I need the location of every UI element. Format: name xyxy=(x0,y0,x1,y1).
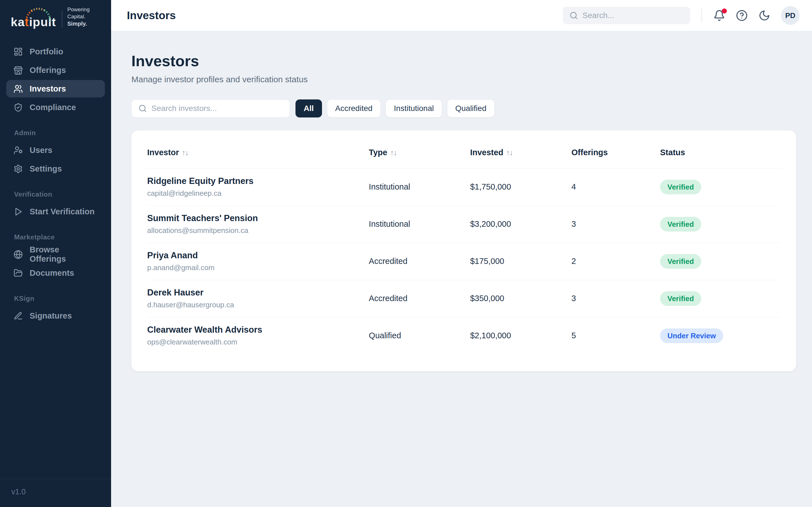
topbar-divider xyxy=(702,9,702,22)
global-search[interactable] xyxy=(563,7,690,24)
investor-email: capital@ridgelineep.ca xyxy=(147,189,369,198)
sidebar-section-label-marketplace: Marketplace xyxy=(14,233,105,241)
investor-search-input[interactable] xyxy=(151,104,283,113)
table-row[interactable]: Priya Anandp.anand@gmail.comAccredited$1… xyxy=(147,243,780,280)
global-search-input[interactable] xyxy=(582,11,683,20)
table-controls: AllAccreditedInstitutionalQualified xyxy=(132,100,796,117)
investor-email: p.anand@gmail.com xyxy=(147,263,369,272)
page-title: Investors xyxy=(132,52,796,69)
sidebar-item-label: Start Verification xyxy=(30,207,94,216)
users-icon xyxy=(13,84,23,94)
sidebar-item-label: Documents xyxy=(30,269,74,278)
investor-type: Qualified xyxy=(369,331,401,340)
shield-check-icon xyxy=(13,103,23,112)
sidebar-section-label-verification: Verification xyxy=(14,190,105,198)
sidebar-item-settings[interactable]: Settings xyxy=(6,160,105,177)
column-label: Type xyxy=(369,148,388,157)
sort-icon: ↑↓ xyxy=(506,149,513,157)
column-label: Status xyxy=(660,148,685,157)
investor-type: Institutional xyxy=(369,182,410,191)
sidebar-nav: PortfolioOfferingsInvestorsComplianceAdm… xyxy=(0,37,111,326)
investor-invested: $3,200,000 xyxy=(470,219,511,228)
column-label: Invested xyxy=(470,148,503,157)
investor-invested: $350,000 xyxy=(470,294,504,303)
investor-type: Accredited xyxy=(369,257,407,266)
status-badge: Under Review xyxy=(660,328,723,343)
sidebar-item-start-verification[interactable]: Start Verification xyxy=(6,203,105,220)
help-circle-icon xyxy=(736,10,748,21)
settings-icon xyxy=(13,164,23,173)
brand-tagline: Powering Capital. Simply. xyxy=(67,6,105,28)
notifications-button[interactable] xyxy=(713,10,725,21)
filter-group: AllAccreditedInstitutionalQualified xyxy=(296,100,495,117)
investor-offerings: 5 xyxy=(571,331,576,340)
theme-toggle-button[interactable] xyxy=(758,10,770,21)
sidebar-item-browse-offerings[interactable]: Browse Offerings xyxy=(6,245,105,263)
user-cog-icon xyxy=(13,146,23,155)
investor-name: Summit Teachers' Pension xyxy=(147,213,369,223)
sidebar-item-portfolio[interactable]: Portfolio xyxy=(6,43,105,60)
sidebar-item-signatures[interactable]: Signatures xyxy=(6,307,105,325)
column-label: Offerings xyxy=(571,148,608,157)
filter-institutional[interactable]: Institutional xyxy=(386,100,442,117)
investor-name: Clearwater Wealth Advisors xyxy=(147,325,369,335)
filter-qualified[interactable]: Qualified xyxy=(447,100,495,117)
sidebar-item-label: Investors xyxy=(30,84,66,94)
folder-open-icon xyxy=(13,269,23,278)
column-header-type[interactable]: Type↑↓ xyxy=(369,134,470,169)
investor-name: Priya Anand xyxy=(147,250,369,261)
search-icon xyxy=(139,104,147,113)
status-badge: Verified xyxy=(660,254,701,269)
sidebar-item-offerings[interactable]: Offerings xyxy=(6,61,105,79)
moon-icon xyxy=(758,10,770,21)
avatar[interactable]: PD xyxy=(781,6,800,25)
globe-icon xyxy=(13,250,23,259)
investor-type: Accredited xyxy=(369,294,407,303)
table-row[interactable]: Derek Hauserd.hauser@hausergroup.caAccre… xyxy=(147,280,780,318)
status-badge: Verified xyxy=(660,217,701,231)
investor-email: ops@clearwaterwealth.com xyxy=(147,338,369,346)
investor-invested: $2,100,000 xyxy=(470,331,511,340)
sidebar-item-compliance[interactable]: Compliance xyxy=(6,99,105,116)
filter-all[interactable]: All xyxy=(296,100,322,117)
sidebar-section-label-ksign: KSign xyxy=(14,295,105,302)
brand-logo: katipult Powering Capital. Simply. xyxy=(0,0,111,37)
sidebar-item-users[interactable]: Users xyxy=(6,142,105,159)
sidebar-item-label: Users xyxy=(30,146,52,155)
topbar-title: Investors xyxy=(127,9,175,22)
sort-icon: ↑↓ xyxy=(182,149,188,157)
table-row[interactable]: Summit Teachers' Pensionallocations@summ… xyxy=(147,206,780,243)
column-label: Investor xyxy=(147,148,179,157)
page-content: Investors Manage investor profiles and v… xyxy=(111,31,812,507)
investor-offerings: 4 xyxy=(571,182,576,191)
table-row[interactable]: Clearwater Wealth Advisorsops@clearwater… xyxy=(147,318,780,355)
table-row[interactable]: Ridgeline Equity Partnerscapital@ridgeli… xyxy=(147,169,780,206)
filter-accredited[interactable]: Accredited xyxy=(327,100,380,117)
column-header-invested[interactable]: Invested↑↓ xyxy=(470,134,571,169)
logo-divider xyxy=(62,11,62,27)
column-header-investor[interactable]: Investor↑↓ xyxy=(147,134,369,169)
sidebar-version: v1.0 xyxy=(0,479,111,507)
investor-search[interactable] xyxy=(132,100,290,117)
sidebar-item-label: Offerings xyxy=(30,66,66,75)
help-button[interactable] xyxy=(736,10,748,21)
pen-icon xyxy=(13,311,23,321)
investor-offerings: 2 xyxy=(571,257,576,266)
sidebar-item-label: Portfolio xyxy=(30,47,63,56)
sidebar-item-documents[interactable]: Documents xyxy=(6,264,105,282)
investor-offerings: 3 xyxy=(571,219,576,228)
sort-icon: ↑↓ xyxy=(390,149,397,157)
sidebar-item-investors[interactable]: Investors xyxy=(6,80,105,98)
investor-offerings: 3 xyxy=(571,294,576,303)
investor-email: allocations@summitpension.ca xyxy=(147,226,369,235)
topbar: Investors PD xyxy=(111,0,812,31)
status-badge: Verified xyxy=(660,291,701,306)
sidebar-item-label: Compliance xyxy=(30,103,76,112)
investor-type: Institutional xyxy=(369,219,410,228)
status-badge: Verified xyxy=(660,180,701,194)
investors-table-card: Investor↑↓Type↑↓Invested↑↓OfferingsStatu… xyxy=(132,130,796,371)
investors-table: Investor↑↓Type↑↓Invested↑↓OfferingsStatu… xyxy=(147,134,780,354)
play-icon xyxy=(13,207,23,216)
logo-arc-icon xyxy=(20,3,56,23)
page-subtitle: Manage investor profiles and verificatio… xyxy=(132,75,796,84)
